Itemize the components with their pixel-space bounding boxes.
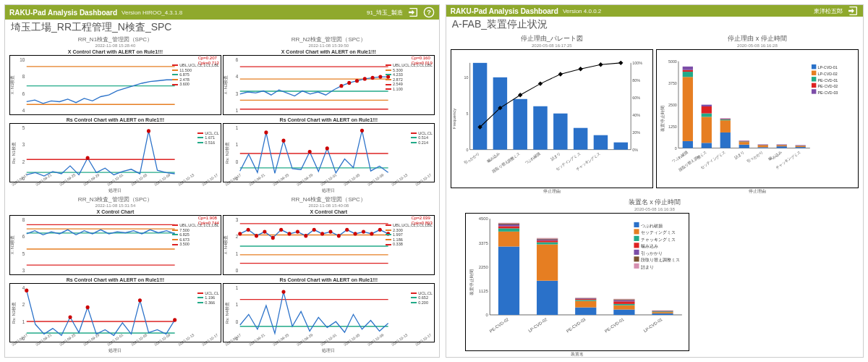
svg-point-67 bbox=[173, 318, 176, 321]
svg-rect-253 bbox=[634, 222, 639, 227]
svg-text:引っかかり: 引っかかり bbox=[641, 251, 663, 256]
svg-rect-117 bbox=[574, 128, 587, 150]
svg-rect-119 bbox=[613, 143, 627, 150]
svg-text:1: 1 bbox=[236, 302, 239, 307]
logout-icon[interactable] bbox=[407, 7, 419, 18]
svg-rect-229 bbox=[613, 309, 634, 314]
svg-text:3375: 3375 bbox=[478, 240, 488, 245]
svg-text:5: 5 bbox=[466, 111, 468, 116]
svg-text:PE-CVD-01: PE-CVD-01 bbox=[604, 317, 625, 334]
svg-text:1: 1 bbox=[236, 285, 239, 290]
right-header: RAKU-Pad Analysis Dashboard Version 4.0.… bbox=[446, 5, 863, 17]
spc-block-2: RR_N2検査_管理図（SPC） 2022-11-08 15:39:50 X C… bbox=[223, 35, 435, 194]
chart-timestamp: 2020-05-08 16:16:38 bbox=[451, 207, 859, 211]
svg-text:PE-CVD-01: PE-CVD-01 bbox=[817, 78, 838, 83]
x-chart: Cp=1.908Cpk=0.744 X: N3検査 3568 UBL,UCL,C… bbox=[9, 215, 221, 275]
svg-point-91 bbox=[345, 228, 349, 232]
svg-point-104 bbox=[281, 290, 285, 293]
svg-text:5: 5 bbox=[22, 125, 25, 130]
svg-text:1: 1 bbox=[22, 319, 25, 324]
svg-rect-213 bbox=[498, 223, 519, 224]
logout-icon[interactable] bbox=[847, 5, 859, 17]
left-header: RAKU-Pad Analysis Dashboard Version HIRO… bbox=[5, 5, 439, 20]
svg-rect-170 bbox=[757, 146, 767, 147]
svg-text:6: 6 bbox=[22, 234, 25, 239]
svg-rect-152 bbox=[683, 70, 693, 72]
svg-rect-163 bbox=[720, 119, 730, 119]
y-axis-label: Rs: N2検査 bbox=[224, 142, 231, 164]
x-axis-label: 処理日 bbox=[9, 348, 221, 354]
x-chart: Cp=2.039Cpk=0.893 X: N4検査 0123 UBL,UCL,C… bbox=[223, 215, 435, 275]
svg-rect-116 bbox=[553, 114, 567, 150]
svg-rect-180 bbox=[795, 146, 805, 147]
svg-rect-167 bbox=[739, 141, 749, 142]
page-title-left: 埼玉工場_RR工程管理_N検査_SPC bbox=[5, 20, 439, 35]
spc-timestamp: 2022-11-08 15:40:08 bbox=[223, 203, 435, 208]
svg-point-83 bbox=[279, 228, 283, 232]
svg-text:2: 2 bbox=[236, 234, 239, 239]
y-axis-label: X: N2検査 bbox=[223, 75, 229, 95]
y-axis-label: Rs: N4検査 bbox=[224, 302, 231, 324]
svg-text:4: 4 bbox=[22, 108, 25, 113]
svg-rect-160 bbox=[720, 120, 730, 132]
svg-point-92 bbox=[353, 232, 357, 235]
rs-chart-title: Rs Control Chart with ALERT on Rule1!!! bbox=[9, 117, 221, 122]
svg-rect-210 bbox=[498, 228, 519, 231]
svg-rect-166 bbox=[739, 141, 749, 142]
svg-marker-125 bbox=[578, 67, 582, 71]
svg-point-43 bbox=[308, 149, 312, 153]
svg-text:1125: 1125 bbox=[478, 289, 488, 293]
svg-rect-208 bbox=[498, 246, 519, 314]
svg-text:1: 1 bbox=[236, 251, 239, 256]
x-chart-title: X Control Chart with ALERT on Rule1!!! bbox=[223, 49, 435, 54]
x-axis-label: 処理日 bbox=[9, 188, 221, 194]
svg-rect-115 bbox=[533, 106, 547, 150]
svg-rect-156 bbox=[702, 114, 712, 117]
svg-point-94 bbox=[370, 232, 373, 235]
svg-point-66 bbox=[138, 298, 142, 302]
spc-timestamp: 2022-11-08 15:31:54 bbox=[9, 203, 221, 208]
svg-text:5000: 5000 bbox=[668, 59, 677, 64]
svg-point-89 bbox=[328, 230, 332, 233]
svg-marker-127 bbox=[618, 61, 623, 65]
svg-text:LP-CVD-01: LP-CVD-01 bbox=[817, 65, 837, 70]
help-icon[interactable]: ? bbox=[423, 7, 435, 18]
y-axis-label: Rs: N3検査 bbox=[11, 302, 17, 324]
svg-rect-157 bbox=[702, 106, 712, 114]
svg-text:詰まり: 詰まり bbox=[549, 151, 561, 161]
svg-rect-235 bbox=[613, 299, 634, 300]
svg-point-30 bbox=[363, 77, 367, 80]
svg-point-15 bbox=[86, 156, 90, 159]
svg-rect-101 bbox=[240, 287, 388, 338]
svg-rect-218 bbox=[537, 240, 558, 242]
y-axis-label: X: N3検査 bbox=[9, 235, 16, 255]
svg-text:1250: 1250 bbox=[668, 125, 677, 129]
svg-rect-230 bbox=[613, 305, 634, 309]
svg-rect-112 bbox=[473, 63, 487, 150]
svg-point-45 bbox=[360, 128, 364, 132]
svg-text:2250: 2250 bbox=[478, 265, 488, 269]
svg-text:40%: 40% bbox=[632, 113, 640, 117]
svg-rect-234 bbox=[613, 299, 634, 300]
spc-title: RR_N1検査_管理図（SPC） bbox=[9, 35, 221, 43]
svg-rect-211 bbox=[498, 226, 519, 228]
svg-text:つぶれ破損: つぶれ破損 bbox=[641, 224, 663, 228]
svg-text:0: 0 bbox=[675, 146, 677, 151]
svg-text:80%: 80% bbox=[632, 78, 640, 83]
svg-text:0: 0 bbox=[466, 148, 468, 152]
svg-rect-226 bbox=[575, 298, 596, 299]
svg-rect-175 bbox=[776, 146, 786, 146]
svg-text:10: 10 bbox=[464, 75, 468, 80]
svg-text:6: 6 bbox=[22, 90, 25, 96]
svg-rect-227 bbox=[575, 298, 596, 298]
svg-rect-225 bbox=[575, 299, 596, 300]
rs-chart-title: Rs Control Chart with ALERT on Rule1!!! bbox=[9, 277, 221, 282]
x-chart: Cp=0.160Cpk=0.019 X: N2検査 1346 UBL,UCL,C… bbox=[223, 55, 435, 115]
svg-rect-158 bbox=[702, 105, 712, 106]
svg-text:2: 2 bbox=[22, 159, 25, 164]
svg-text:0%: 0% bbox=[632, 148, 638, 152]
spc-timestamp: 2022-11-08 15:39:50 bbox=[223, 43, 435, 48]
svg-rect-113 bbox=[493, 77, 506, 150]
svg-rect-169 bbox=[757, 147, 767, 148]
y-axis-label: 装置停止時間 bbox=[468, 269, 475, 295]
